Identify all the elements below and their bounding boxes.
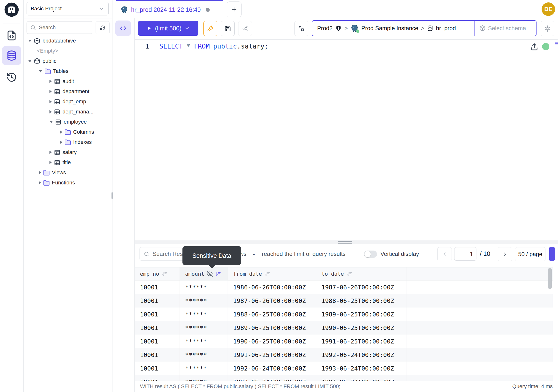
results-side-panel-button[interactable] xyxy=(549,247,555,261)
cell-amount-masked[interactable]: ****** xyxy=(180,294,228,307)
tab-hr-prod[interactable]: hr_prod 2024-11-22 16:49 xyxy=(116,0,223,18)
tree-search-input[interactable] xyxy=(38,24,87,31)
rail-item-database-active[interactable] xyxy=(2,46,21,65)
save-button[interactable] xyxy=(221,21,235,36)
cell-from-date[interactable]: 1993-06-24T00:00:00Z xyxy=(228,375,316,381)
next-page-button[interactable] xyxy=(498,247,512,261)
tree-item-title[interactable]: title xyxy=(23,157,112,167)
share-button[interactable] xyxy=(238,21,252,36)
project-select[interactable]: Basic Project xyxy=(26,2,109,16)
caret-right-icon[interactable] xyxy=(50,151,52,154)
format-sql-button[interactable] xyxy=(203,21,217,36)
sort-icon[interactable] xyxy=(264,271,270,277)
tree-item-dept-manager[interactable]: dept_mana... xyxy=(23,107,112,117)
cell-to-date[interactable]: 1991-06-25T00:00:00Z xyxy=(316,335,406,348)
cell-to-date[interactable]: 1988-06-25T00:00:00Z xyxy=(316,294,406,307)
caret-right-icon[interactable] xyxy=(50,90,52,93)
table-row[interactable]: 10001 ****** 1991-06-25T00:00:00Z 1992-0… xyxy=(135,348,553,362)
tree-item-employee[interactable]: employee xyxy=(23,117,112,127)
sort-icon[interactable] xyxy=(215,271,221,277)
editor-panel-toggle[interactable] xyxy=(115,20,131,36)
table-row[interactable]: 10001 ****** 1992-06-24T00:00:00Z 1993-0… xyxy=(135,362,553,375)
schema-select[interactable]: Select schema xyxy=(474,20,537,36)
cell-emp-no[interactable]: 10001 xyxy=(135,294,180,307)
cell-amount-masked[interactable]: ****** xyxy=(180,362,228,375)
cell-from-date[interactable]: 1986-06-26T00:00:00Z xyxy=(228,280,316,294)
cell-from-date[interactable]: 1987-06-26T00:00:00Z xyxy=(228,294,316,307)
cell-from-date[interactable]: 1990-06-25T00:00:00Z xyxy=(228,335,316,348)
copy-connection-button[interactable] xyxy=(295,21,308,36)
tree-item-dept-emp[interactable]: dept_emp xyxy=(23,96,112,107)
caret-right-icon[interactable] xyxy=(60,130,62,134)
tree-item-views[interactable]: Views xyxy=(23,167,112,178)
vertical-display-toggle[interactable] xyxy=(364,251,377,258)
caret-right-icon[interactable] xyxy=(50,110,52,113)
cell-to-date[interactable]: 1993-06-24T00:00:00Z xyxy=(316,362,406,375)
sql-editor-line[interactable]: SELECT*FROMpublic.salary; xyxy=(159,43,268,50)
sort-icon[interactable] xyxy=(346,271,352,277)
table-row[interactable]: 10001 ****** 1987-06-26T00:00:00Z 1988-0… xyxy=(135,294,553,307)
tree-item-salary[interactable]: salary xyxy=(23,147,112,157)
split-divider[interactable] xyxy=(135,240,558,244)
tree-item-functions[interactable]: Functions xyxy=(23,178,112,188)
caret-right-icon[interactable] xyxy=(60,140,62,144)
column-header-emp-no[interactable]: emp_no xyxy=(135,267,180,280)
caret-down-icon[interactable] xyxy=(39,70,42,72)
caret-right-icon[interactable] xyxy=(50,100,52,103)
table-row[interactable]: 10001 ****** 1990-06-25T00:00:00Z 1991-0… xyxy=(135,335,553,348)
cell-emp-no[interactable]: 10001 xyxy=(135,335,180,348)
caret-down-icon[interactable] xyxy=(28,40,32,42)
table-row[interactable]: 10001 ****** 1989-06-25T00:00:00Z 1990-0… xyxy=(135,321,553,335)
ai-assistant-button[interactable] xyxy=(541,21,554,36)
avatar[interactable]: DE xyxy=(541,2,555,16)
connection-breadcrumb[interactable]: Prod2 > Prod Sample Instance > hr_prod xyxy=(312,20,475,36)
bytebase-logo-icon[interactable] xyxy=(4,2,19,17)
table-row[interactable]: 10001 ****** 1986-06-26T00:00:00Z 1987-0… xyxy=(135,280,553,294)
caret-right-icon[interactable] xyxy=(39,181,41,184)
tree-refresh-button[interactable] xyxy=(96,21,110,34)
tree-item-tables[interactable]: Tables xyxy=(23,66,112,76)
cell-to-date[interactable]: 1989-06-25T00:00:00Z xyxy=(316,307,406,321)
run-query-button[interactable]: (limit 500) xyxy=(138,21,198,36)
panel-resize-handle[interactable] xyxy=(110,192,113,199)
cell-amount-masked[interactable]: ****** xyxy=(180,307,228,321)
caret-right-icon[interactable] xyxy=(39,171,41,174)
cell-emp-no[interactable]: 10001 xyxy=(135,348,180,362)
caret-right-icon[interactable] xyxy=(50,80,52,83)
cell-amount-masked[interactable]: ****** xyxy=(180,375,228,381)
tree-item-bbdataarchive[interactable]: bbdataarchive xyxy=(23,36,112,46)
upload-icon[interactable] xyxy=(530,43,539,51)
cell-emp-no[interactable]: 10001 xyxy=(135,307,180,321)
cell-to-date[interactable]: 1990-06-25T00:00:00Z xyxy=(316,321,406,335)
caret-down-icon[interactable] xyxy=(50,121,53,123)
tree-item-public[interactable]: public xyxy=(23,56,112,66)
cell-to-date[interactable]: 1992-06-24T00:00:00Z xyxy=(316,348,406,362)
worksheet-icon[interactable] xyxy=(6,30,17,41)
column-header-amount[interactable]: amount xyxy=(180,267,228,280)
column-header-from-date[interactable]: from_date xyxy=(228,267,316,280)
cell-amount-masked[interactable]: ****** xyxy=(180,280,228,294)
tree-item-department[interactable]: department xyxy=(23,87,112,96)
cell-from-date[interactable]: 1988-06-25T00:00:00Z xyxy=(228,307,316,321)
eye-off-icon[interactable] xyxy=(207,271,213,277)
column-header-to-date[interactable]: to_date xyxy=(316,267,406,280)
cell-emp-no[interactable]: 10001 xyxy=(135,362,180,375)
prev-page-button[interactable] xyxy=(437,247,452,261)
cell-from-date[interactable]: 1992-06-24T00:00:00Z xyxy=(228,362,316,375)
cell-to-date[interactable]: 1987-06-26T00:00:00Z xyxy=(316,280,406,294)
table-row[interactable]: 10001 ****** 1988-06-25T00:00:00Z 1989-0… xyxy=(135,307,553,321)
tree-item-indexes[interactable]: Indexes xyxy=(23,137,112,147)
history-icon[interactable] xyxy=(6,72,17,83)
cell-emp-no[interactable]: 10001 xyxy=(135,280,180,294)
tree-item-columns[interactable]: Columns xyxy=(23,127,112,137)
table-row[interactable]: 10001 ****** 1993-06-24T00:00:00Z 1994-0… xyxy=(135,375,553,381)
new-tab-button[interactable] xyxy=(227,1,242,17)
cell-emp-no[interactable]: 10001 xyxy=(135,375,180,381)
caret-right-icon[interactable] xyxy=(50,161,52,164)
cell-emp-no[interactable]: 10001 xyxy=(135,321,180,335)
cell-amount-masked[interactable]: ****** xyxy=(180,335,228,348)
page-number-input[interactable] xyxy=(454,247,476,261)
chevron-down-icon[interactable] xyxy=(184,25,190,31)
tree-item-audit[interactable]: audit xyxy=(23,76,112,87)
caret-down-icon[interactable] xyxy=(28,60,32,62)
